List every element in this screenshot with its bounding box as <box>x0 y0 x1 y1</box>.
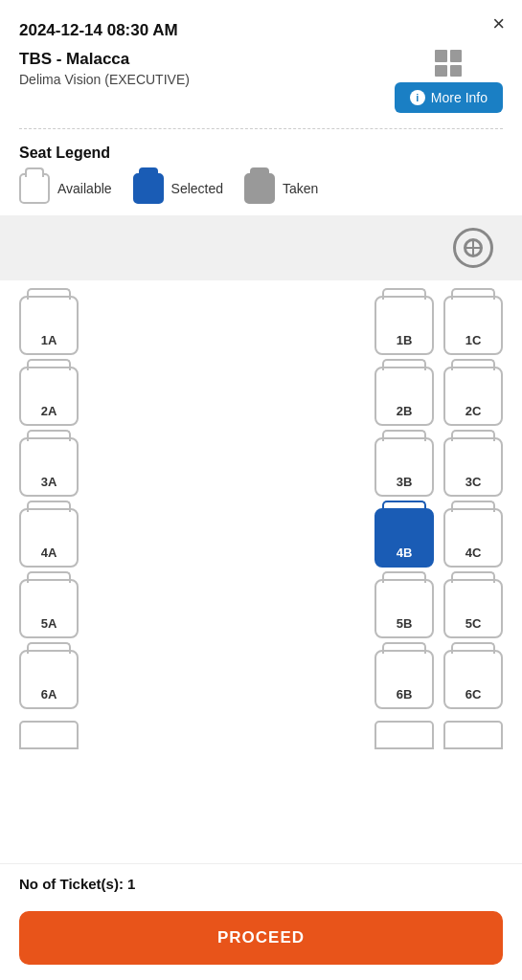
seat-right-col: 5B 5C <box>374 579 503 638</box>
seat-3B[interactable]: 3B <box>374 437 434 497</box>
seat-right-col: 6B 6C <box>374 650 503 709</box>
more-info-label: More Info <box>431 90 488 105</box>
seat-2A[interactable]: 2A <box>19 367 79 426</box>
seat-map: 1A 1B 1C 2A 2B 2C 3A <box>0 288 522 863</box>
seat-left-col: 4A <box>19 508 197 568</box>
close-button[interactable]: × <box>492 13 505 34</box>
seat-row: 1A 1B 1C <box>19 296 503 355</box>
more-info-button[interactable]: i More Info <box>395 82 503 113</box>
seat-right-col: 1B 1C <box>374 296 503 355</box>
seat-3A[interactable]: 3A <box>19 437 79 497</box>
seat-left-col <box>19 721 197 749</box>
partial-seat-right-1 <box>374 721 434 749</box>
taken-label: Taken <box>283 181 318 196</box>
seat-row-partial <box>19 721 503 749</box>
route-name: TBS - Malacca <box>19 50 190 69</box>
steering-spoke <box>465 247 482 249</box>
qr-code-icon <box>435 50 462 77</box>
operator-name: Delima Vision (EXECUTIVE) <box>19 72 190 87</box>
seat-4A[interactable]: 4A <box>19 508 79 568</box>
seat-5B[interactable]: 5B <box>374 579 434 638</box>
taken-seat-icon <box>244 173 275 204</box>
seat-right-col <box>374 721 503 749</box>
footer-section: No of Ticket(s): 1 <box>0 863 522 902</box>
seat-row: 3A 3B 3C <box>19 437 503 497</box>
legend-selected: Selected <box>133 173 223 204</box>
legend-title: Seat Legend <box>19 145 503 162</box>
route-row: TBS - Malacca Delima Vision (EXECUTIVE) … <box>19 50 503 113</box>
header-section: 2024-12-14 08:30 AM TBS - Malacca Delima… <box>0 0 522 128</box>
seat-2C[interactable]: 2C <box>443 367 503 426</box>
seat-right-col: 2B 2C <box>374 367 503 426</box>
seat-5A[interactable]: 5A <box>19 579 79 638</box>
seat-left-col: 3A <box>19 437 197 497</box>
seat-6A[interactable]: 6A <box>19 650 79 709</box>
seat-row: 6A 6B 6C <box>19 650 503 709</box>
modal-container: × 2024-12-14 08:30 AM TBS - Malacca Deli… <box>0 0 522 980</box>
seat-2B[interactable]: 2B <box>374 367 434 426</box>
selected-label: Selected <box>171 181 223 196</box>
ticket-count: No of Ticket(s): 1 <box>19 876 503 892</box>
seat-3C[interactable]: 3C <box>443 437 503 497</box>
seat-row: 4A 4B 4C <box>19 508 503 568</box>
partial-seat-left <box>19 721 79 749</box>
route-info: TBS - Malacca Delima Vision (EXECUTIVE) <box>19 50 190 87</box>
seat-row: 2A 2B 2C <box>19 367 503 426</box>
proceed-button[interactable]: PROCEED <box>19 911 503 965</box>
seat-4B[interactable]: 4B <box>374 508 434 568</box>
seat-left-col: 2A <box>19 367 197 426</box>
seat-right-col: 4B 4C <box>374 508 503 568</box>
driver-area <box>0 215 522 280</box>
seat-6B[interactable]: 6B <box>374 650 434 709</box>
seat-1B[interactable]: 1B <box>374 296 434 355</box>
info-icon: i <box>410 90 425 105</box>
steering-wheel-icon <box>453 228 493 268</box>
more-info-block: i More Info <box>395 50 503 113</box>
legend-items: Available Selected Taken <box>19 173 503 204</box>
datetime-label: 2024-12-14 08:30 AM <box>19 21 503 40</box>
seat-left-col: 5A <box>19 579 197 638</box>
seat-left-col: 6A <box>19 650 197 709</box>
legend-taken: Taken <box>244 173 318 204</box>
legend-section: Seat Legend Available Selected Taken <box>0 129 522 215</box>
seat-row: 5A 5B 5C <box>19 579 503 638</box>
selected-seat-icon <box>133 173 164 204</box>
seat-4C[interactable]: 4C <box>443 508 503 568</box>
available-label: Available <box>57 181 112 196</box>
partial-seat-right-2 <box>443 721 503 749</box>
seat-left-col: 1A <box>19 296 197 355</box>
seat-right-col: 3B 3C <box>374 437 503 497</box>
seat-6C[interactable]: 6C <box>443 650 503 709</box>
seat-1A[interactable]: 1A <box>19 296 79 355</box>
seat-1C[interactable]: 1C <box>443 296 503 355</box>
available-seat-icon <box>19 173 50 204</box>
seat-5C[interactable]: 5C <box>443 579 503 638</box>
legend-available: Available <box>19 173 112 204</box>
